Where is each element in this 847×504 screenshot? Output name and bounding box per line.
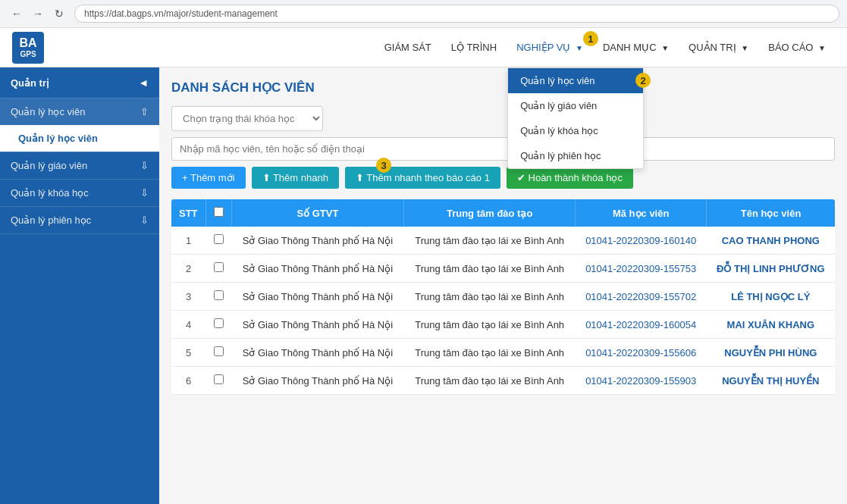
sidebar-item-quan-ly-giao-vien[interactable]: Quản lý giáo viên ⇩	[0, 152, 159, 179]
sidebar-collapse-icon[interactable]: ◄	[138, 77, 149, 89]
nav-dropdown-nghiep-vu: NGHIỆP VỤ ▼ 1 2 Quản lý học viên Quản lý…	[507, 37, 592, 58]
col-ma-hoc-vien: Mã học viên	[576, 199, 707, 227]
table-header: STT Số GTVT Trung tâm đào tạo Mã học viê…	[171, 199, 835, 227]
row-checkbox[interactable]	[214, 346, 224, 356]
chevron-up-icon: ⇧	[140, 106, 149, 117]
cell-so-gtvt: Sở Giao Thông Thành phố Hà Nội	[231, 255, 404, 283]
col-checkbox	[205, 199, 231, 227]
logo-box: BA GPS	[12, 32, 44, 64]
logo: BA GPS	[12, 32, 44, 64]
cell-checkbox[interactable]	[205, 311, 231, 339]
cell-ma-hoc-vien[interactable]: 01041-20220309-160054	[576, 311, 707, 339]
cell-ten-hoc-vien[interactable]: ĐỖ THỊ LINH PHƯƠNG	[707, 255, 835, 283]
cell-ma-hoc-vien[interactable]: 01041-20220309-155702	[576, 283, 707, 311]
table-row: 5 Sở Giao Thông Thành phố Hà Nội Trung t…	[171, 339, 835, 367]
cell-checkbox[interactable]	[205, 255, 231, 283]
cell-trung-tam: Trung tâm đào tạo lái xe Bình Anh	[404, 339, 576, 367]
cell-checkbox[interactable]	[205, 339, 231, 367]
cell-stt: 4	[171, 311, 205, 339]
row-checkbox[interactable]	[214, 290, 224, 300]
cell-stt: 3	[171, 283, 205, 311]
browser-bar: ← → ↻	[0, 0, 847, 28]
top-navigation: BA GPS GIÁM SÁT LỘ TRÌNH NGHIỆP VỤ ▼ 1 2…	[0, 28, 847, 67]
annotation-2: 2	[635, 73, 651, 88]
cell-stt: 6	[171, 367, 205, 395]
nav-item-lo-trinh[interactable]: LỘ TRÌNH	[442, 37, 506, 58]
them-nhanh-button[interactable]: ⬆ Thêm nhanh	[252, 167, 339, 189]
page-title: DANH SÁCH HỌC VIÊN	[171, 80, 835, 95]
search-input[interactable]	[171, 137, 835, 161]
row-checkbox[interactable]	[214, 374, 224, 384]
sidebar-section-phien-hoc: Quản lý phiên học ⇩	[0, 207, 159, 234]
cell-ten-hoc-vien[interactable]: NGUYỄN PHI HÙNG	[707, 339, 835, 367]
chevron-down-icon: ▼	[576, 44, 583, 52]
sidebar-sub-item-quan-ly-hoc-vien[interactable]: Quản lý học viên	[0, 125, 159, 152]
button-row: + Thêm mới ⬆ Thêm nhanh ⬆ Thêm nhanh the…	[171, 167, 835, 189]
cell-ma-hoc-vien[interactable]: 01041-20220309-155753	[576, 255, 707, 283]
row-checkbox[interactable]	[214, 262, 224, 272]
them-nhanh-bao-cao-button[interactable]: ⬆ Thêm nhanh theo báo cáo 1	[345, 167, 500, 189]
cell-trung-tam: Trung tâm đào tạo lái xe Bình Anh	[404, 255, 576, 283]
cell-ma-hoc-vien[interactable]: 01041-20220309-160140	[576, 227, 707, 255]
students-table: STT Số GTVT Trung tâm đào tạo Mã học viê…	[171, 199, 835, 395]
dropdown-item-quan-ly-khoa-hoc[interactable]: Quản lý khóa học	[508, 118, 643, 143]
nav-item-bao-cao[interactable]: BÁO CÁO ▼	[759, 37, 835, 58]
sidebar-item-quan-ly-phien-hoc[interactable]: Quản lý phiên học ⇩	[0, 207, 159, 233]
row-checkbox[interactable]	[214, 234, 224, 244]
cell-checkbox[interactable]	[205, 227, 231, 255]
browser-navigation[interactable]: ← → ↻	[8, 5, 68, 23]
chevron-down-icon-bao-cao: ▼	[818, 44, 826, 52]
cell-stt: 2	[171, 255, 205, 283]
nav-item-danh-muc[interactable]: DANH MỤC ▼	[594, 37, 678, 58]
cell-ma-hoc-vien[interactable]: 01041-20220309-155903	[576, 367, 707, 395]
sidebar-item-quan-ly-hoc-vien[interactable]: Quản lý học viên ⇧	[0, 99, 159, 125]
nav-item-quan-tri[interactable]: QUẢN TRỊ ▼	[679, 37, 758, 58]
row-checkbox[interactable]	[214, 318, 224, 328]
dropdown-item-quan-ly-giao-vien[interactable]: Quản lý giáo viên	[508, 93, 643, 118]
sidebar-item-quan-ly-khoa-hoc[interactable]: Quản lý khóa học ⇩	[0, 180, 159, 206]
them-moi-button[interactable]: + Thêm mới	[171, 167, 246, 189]
reload-button[interactable]: ↻	[50, 5, 68, 23]
col-trung-tam: Trung tâm đào tạo	[404, 199, 576, 227]
sidebar-sub-hoc-vien: Quản lý học viên	[0, 125, 159, 152]
chevron-down-icon-danh-muc: ▼	[661, 44, 669, 52]
sidebar-title: Quản trị	[11, 77, 49, 89]
table-row: 6 Sở Giao Thông Thành phố Hà Nội Trung t…	[171, 367, 835, 395]
annotation-3: 3	[376, 158, 391, 173]
cell-ma-hoc-vien[interactable]: 01041-20220309-155606	[576, 339, 707, 367]
forward-button[interactable]: →	[29, 5, 47, 23]
select-all-checkbox[interactable]	[214, 207, 224, 217]
nghiep-vu-dropdown: 2 Quản lý học viên Quản lý giáo viên Quả…	[507, 67, 644, 169]
table-row: 3 Sở Giao Thông Thành phố Hà Nội Trung t…	[171, 283, 835, 311]
cell-stt: 5	[171, 339, 205, 367]
hoan-thanh-khoa-hoc-button[interactable]: ✔ Hoàn thành khóa học	[507, 167, 633, 189]
cell-ten-hoc-vien[interactable]: CAO THANH PHONG	[707, 227, 835, 255]
table-row: 1 Sở Giao Thông Thành phố Hà Nội Trung t…	[171, 227, 835, 255]
chevron-down-icon-quan-tri: ▼	[741, 44, 748, 52]
cell-trung-tam: Trung tâm đào tạo lái xe Bình Anh	[404, 367, 576, 395]
cell-trung-tam: Trung tâm đào tạo lái xe Bình Anh	[404, 311, 576, 339]
cell-so-gtvt: Sở Giao Thông Thành phố Hà Nội	[231, 227, 404, 255]
chevron-down-icon-giao-vien: ⇩	[140, 160, 149, 171]
cell-ten-hoc-vien[interactable]: NGUYỄN THỊ HUYỀN	[707, 367, 835, 395]
dropdown-item-quan-ly-hoc-vien[interactable]: Quản lý học viên	[508, 68, 643, 93]
cell-ten-hoc-vien[interactable]: MAI XUÂN KHANG	[707, 311, 835, 339]
col-so-gtvt: Số GTVT	[231, 199, 404, 227]
table-row: 2 Sở Giao Thông Thành phố Hà Nội Trung t…	[171, 255, 835, 283]
cell-ten-hoc-vien[interactable]: LÊ THỊ NGỌC LÝ	[707, 283, 835, 311]
table-row: 4 Sở Giao Thông Thành phố Hà Nội Trung t…	[171, 311, 835, 339]
cell-checkbox[interactable]	[205, 367, 231, 395]
logo-gps: GPS	[20, 50, 36, 58]
nav-item-giam-sat[interactable]: GIÁM SÁT	[375, 37, 441, 58]
cell-checkbox[interactable]	[205, 283, 231, 311]
course-status-filter[interactable]: Chọn trạng thái khóa học	[171, 106, 323, 131]
cell-so-gtvt: Sở Giao Thông Thành phố Hà Nội	[231, 283, 404, 311]
filter-row-2	[171, 137, 835, 161]
url-bar[interactable]	[74, 5, 839, 23]
back-button[interactable]: ←	[8, 5, 26, 23]
cell-trung-tam: Trung tâm đào tạo lái xe Bình Anh	[404, 227, 576, 255]
dropdown-item-quan-ly-phien-hoc[interactable]: Quản lý phiên học	[508, 143, 643, 168]
cell-trung-tam: Trung tâm đào tạo lái xe Bình Anh	[404, 283, 576, 311]
nav-item-nghiep-vu[interactable]: NGHIỆP VỤ ▼ 1	[507, 37, 592, 58]
nav-links: GIÁM SÁT LỘ TRÌNH NGHIỆP VỤ ▼ 1 2 Quản l…	[375, 37, 835, 58]
